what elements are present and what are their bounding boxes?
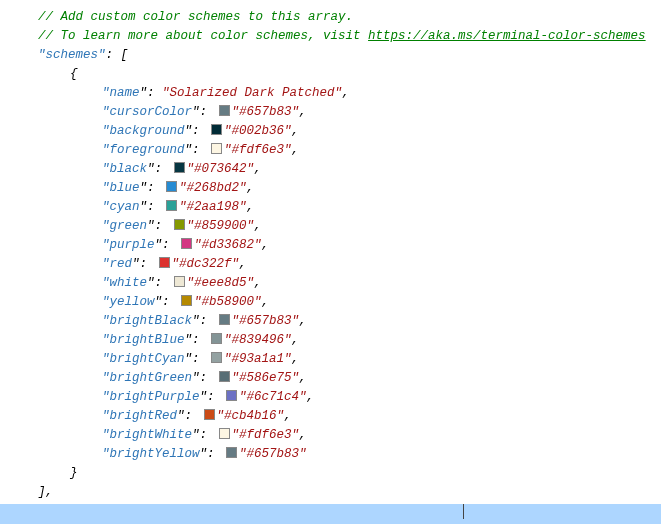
color-swatch (174, 219, 185, 230)
color-swatch (181, 238, 192, 249)
color-swatch (174, 162, 185, 173)
color-swatch (226, 447, 237, 458)
color-swatch (211, 143, 222, 154)
color-swatch (219, 371, 230, 382)
color-swatch (166, 200, 177, 211)
json-line: "red": "#dc322f", (10, 255, 651, 274)
json-line: "green": "#859900", (10, 217, 651, 236)
json-line: "brightRed": "#cb4b16", (10, 407, 651, 426)
json-line: "black": "#073642", (10, 160, 651, 179)
color-swatch (211, 352, 222, 363)
json-line: "cyan": "#2aa198", (10, 198, 651, 217)
json-line: "brightGreen": "#586e75", (10, 369, 651, 388)
json-line: "cursorColor": "#657b83", (10, 103, 651, 122)
json-line: "brightYellow": "#657b83" (10, 445, 651, 464)
color-swatch (181, 295, 192, 306)
json-line: "schemes": [ (10, 46, 651, 65)
link-url[interactable]: https://aka.ms/terminal-color-schemes (368, 29, 646, 43)
color-swatch (166, 181, 177, 192)
json-line: "brightBlue": "#839496", (10, 331, 651, 350)
color-swatch (204, 409, 215, 420)
color-swatch (174, 276, 185, 287)
json-line: "brightCyan": "#93a1a1", (10, 350, 651, 369)
color-swatch (219, 428, 230, 439)
json-line: "name": "Solarized Dark Patched", (10, 84, 651, 103)
json-line: "brightBlack": "#657b83", (10, 312, 651, 331)
json-line: { (10, 65, 651, 84)
current-line-highlight (0, 504, 661, 524)
color-swatch (211, 333, 222, 344)
json-line: ], (10, 483, 651, 502)
json-line: "brightPurple": "#6c71c4", (10, 388, 651, 407)
json-line: "white": "#eee8d5", (10, 274, 651, 293)
json-line: "blue": "#268bd2", (10, 179, 651, 198)
text-cursor (463, 504, 464, 519)
color-swatch (211, 124, 222, 135)
color-swatch (226, 390, 237, 401)
json-line: } (10, 464, 651, 483)
comment-line: // To learn more about color schemes, vi… (10, 27, 651, 46)
json-line: "purple": "#d33682", (10, 236, 651, 255)
color-swatch (219, 105, 230, 116)
json-line: "brightWhite": "#fdf6e3", (10, 426, 651, 445)
json-line: "yellow": "#b58900", (10, 293, 651, 312)
color-swatch (219, 314, 230, 325)
color-swatch (159, 257, 170, 268)
json-line: "foreground": "#fdf6e3", (10, 141, 651, 160)
comment-line: // Add custom color schemes to this arra… (10, 8, 651, 27)
json-line: "background": "#002b36", (10, 122, 651, 141)
